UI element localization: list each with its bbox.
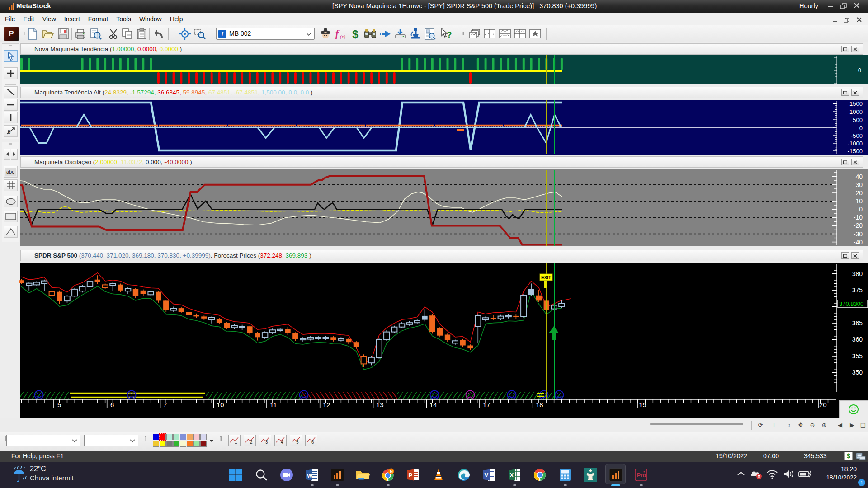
svg-text:375: 375 (852, 286, 863, 294)
svg-text:-1500: -1500 (848, 148, 863, 155)
svg-text:365: 365 (852, 319, 863, 327)
svg-text:6: 6 (311, 440, 314, 445)
svg-text:X: X (510, 472, 514, 479)
svg-text:17: 17 (483, 401, 491, 408)
svg-text:V: V (485, 472, 489, 479)
svg-text:350: 350 (852, 369, 863, 376)
svg-text:-30: -30 (854, 230, 863, 238)
svg-text:13: 13 (376, 401, 384, 408)
svg-text:-10: -10 (854, 214, 863, 221)
svg-text:N: N (390, 469, 393, 474)
svg-text:P: P (409, 472, 413, 479)
svg-text:1500: 1500 (849, 100, 863, 107)
svg-text:-1000: -1000 (848, 140, 863, 147)
svg-text:19: 19 (639, 401, 646, 408)
svg-text:20: 20 (819, 401, 827, 408)
svg-text:5: 5 (57, 401, 61, 408)
svg-text:5: 5 (296, 440, 299, 445)
svg-text:40: 40 (855, 173, 863, 180)
svg-text:-40: -40 (854, 239, 863, 246)
svg-text:0: 0 (859, 125, 863, 131)
svg-text:14: 14 (429, 401, 437, 408)
svg-text:20: 20 (855, 189, 863, 197)
svg-text:18: 18 (536, 401, 543, 408)
svg-text:6: 6 (110, 401, 114, 408)
svg-text:30: 30 (855, 181, 863, 188)
svg-text:-20: -20 (854, 222, 863, 229)
svg-text:500: 500 (853, 117, 863, 123)
svg-text:12: 12 (323, 401, 330, 408)
svg-text:W: W (307, 472, 313, 479)
svg-text:0: 0 (859, 206, 863, 213)
svg-text:360: 360 (852, 336, 863, 343)
svg-text:1: 1 (235, 440, 237, 445)
svg-text:355: 355 (852, 352, 863, 360)
svg-text:4: 4 (281, 440, 283, 445)
svg-text:370.8300: 370.8300 (839, 300, 863, 307)
svg-text:2: 2 (250, 440, 253, 445)
svg-text:1000: 1000 (849, 108, 863, 115)
svg-text:EXIT: EXIT (541, 275, 551, 280)
svg-text:7: 7 (163, 401, 167, 408)
svg-text:10: 10 (217, 401, 224, 408)
svg-text:380: 380 (852, 270, 863, 277)
svg-text:0: 0 (858, 67, 861, 74)
svg-text:3: 3 (265, 440, 268, 445)
svg-text:11: 11 (270, 401, 277, 408)
svg-text:10: 10 (855, 197, 863, 205)
svg-text:Pro: Pro (637, 472, 646, 479)
svg-text:-500: -500 (851, 132, 863, 139)
